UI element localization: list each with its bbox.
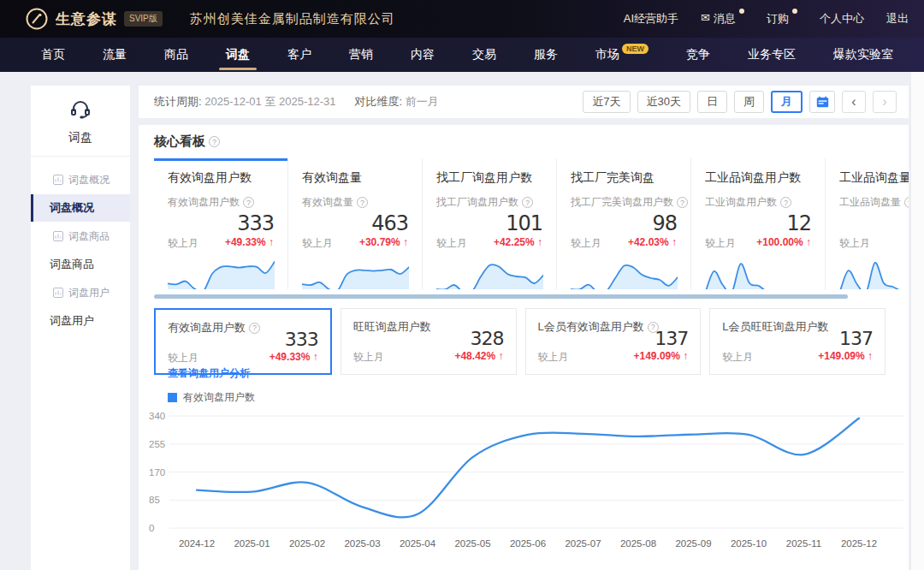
range-week-button[interactable]: 周 <box>734 91 764 113</box>
metric-card-row: 有效询盘用户数 有效询盘用户数? 333 较上月 +49.33% ↑ 有效询盘量… <box>154 158 909 289</box>
sidebar-item-inquiry-products[interactable]: 词盘商品 <box>31 251 130 278</box>
logout-link[interactable]: 退出 <box>886 11 909 27</box>
browser-scrollbar-track[interactable] <box>910 72 924 570</box>
sparkline-chart <box>168 257 275 289</box>
chart-legend[interactable]: 有效询盘用户数 <box>168 390 909 404</box>
headset-icon <box>68 98 93 120</box>
orders-link[interactable]: 订购 <box>767 11 797 27</box>
metric-card-industrial-inquiry-users[interactable]: 工业品询盘用户数 工业询盘用户数? 12 较上月 +100.00% ↑ <box>691 158 826 289</box>
metric-card-valid-inquiries[interactable]: 有效询盘量 有效询盘量? 463 较上月 +30.79% ↑ <box>288 158 423 289</box>
nav-item-traffic[interactable]: 流量 <box>84 38 145 72</box>
summary-card-row: 有效询盘用户数? 333 较上月 +49.33% ↑ 查看询盘用户分析 旺旺询盘… <box>154 308 886 375</box>
calendar-icon <box>816 96 829 108</box>
summary-card-valid-inquiry-users[interactable]: 有效询盘用户数? 333 较上月 +49.33% ↑ 查看询盘用户分析 <box>154 308 332 375</box>
range-7days-button[interactable]: 近7天 <box>583 91 630 113</box>
profile-link[interactable]: 个人中心 <box>820 11 864 27</box>
help-icon[interactable]: ? <box>243 197 254 208</box>
up-arrow-icon: ↑ <box>499 350 504 362</box>
header-actions: AI经营助手 ✉ 消息 订购 个人中心 退出 <box>624 11 909 27</box>
help-icon[interactable]: ? <box>357 197 368 208</box>
summary-card-wangwang-inquiry-users[interactable]: 旺旺询盘用户数 328 较上月 +48.42% ↑ <box>341 308 517 375</box>
summary-card-lmember-valid-inquiry-users[interactable]: L会员有效询盘用户数? 137 较上月 +149.09% ↑ <box>525 308 702 375</box>
help-icon[interactable]: ? <box>249 323 260 334</box>
main-nav: 首页 流量 商品 词盘 客户 营销 内容 交易 服务 市场 NEW 竞争 业务专… <box>0 38 924 72</box>
up-arrow-icon: ↑ <box>313 351 318 363</box>
sparkline-chart <box>571 257 678 289</box>
svg-text:2024-12: 2024-12 <box>179 538 215 549</box>
nav-item-inquiry[interactable]: 词盘 <box>207 38 269 72</box>
sparkline-chart <box>436 257 543 289</box>
metric-value: 12 <box>705 211 811 235</box>
nav-item-trade[interactable]: 交易 <box>453 38 515 72</box>
summary-card-lmember-wangwang-inquiry-users[interactable]: L会员旺旺询盘用户数 137 较上月 +149.09% ↑ <box>709 308 886 375</box>
nav-item-academy[interactable]: 学堂 <box>912 38 924 72</box>
svg-text:2025-05: 2025-05 <box>454 538 490 549</box>
prev-period-button[interactable]: ‹ <box>842 91 866 113</box>
company-name: 苏州创美佳金属制品制造有限公司 <box>190 11 395 27</box>
sidebar-group-inquiry-overview[interactable]: 词盘概况 <box>31 165 130 194</box>
up-arrow-icon: ↑ <box>672 236 677 248</box>
svg-text:2025-06: 2025-06 <box>510 538 546 549</box>
range-controls: 近7天 近30天 日 周 月 ‹ › <box>583 91 897 113</box>
nav-item-content[interactable]: 内容 <box>392 38 453 72</box>
metric-card-valid-inquiry-users[interactable]: 有效询盘用户数 有效询盘用户数? 333 较上月 +49.33% ↑ <box>154 158 288 289</box>
nav-item-competition[interactable]: 竞争 <box>667 38 729 72</box>
up-arrow-icon: ↑ <box>403 236 408 248</box>
svg-text:255: 255 <box>149 439 165 449</box>
metric-row-scrollbar-thumb[interactable] <box>154 294 848 299</box>
metric-card-industrial-inquiries[interactable]: 工业品询盘量 工业品询盘量? 较上月 ↑ <box>826 158 909 289</box>
help-icon[interactable]: ? <box>209 136 220 147</box>
help-icon[interactable]: ? <box>780 197 791 208</box>
chart-panel-icon <box>53 175 63 185</box>
legend-swatch <box>168 393 177 402</box>
messages-link[interactable]: ✉ 消息 <box>701 11 744 27</box>
metric-card-factory-inquiry-users[interactable]: 找工厂询盘用户数 找工厂询盘用户数? 101 较上月 +42.25% ↑ <box>423 158 557 289</box>
metric-row-scrollbar <box>154 294 909 299</box>
sidebar: 词盘 词盘概况 词盘概况 词盘商品 词盘商品 词盘用户 <box>31 86 130 570</box>
ai-assistant-link[interactable]: AI经营助手 <box>624 11 678 27</box>
nav-item-market[interactable]: 市场 NEW <box>577 38 667 72</box>
summary-value: 137 <box>839 328 873 349</box>
view-inquiry-user-analysis-link[interactable]: 查看询盘用户分析 <box>168 366 250 381</box>
nav-item-business-zone[interactable]: 业务专区 <box>729 38 814 72</box>
logo[interactable]: 生意参谋 SVIP版 <box>26 8 163 30</box>
compare-dimension: 对比维度: 前一月 <box>354 94 438 110</box>
summary-value: 328 <box>471 328 504 349</box>
sidebar-title: 词盘 <box>31 130 130 145</box>
product-name: 生意参谋 <box>56 9 117 29</box>
nav-item-customers[interactable]: 客户 <box>269 38 330 72</box>
svg-text:2025-11: 2025-11 <box>786 538 821 549</box>
calendar-picker-button[interactable] <box>809 91 835 113</box>
svg-text:2025-10: 2025-10 <box>731 538 767 549</box>
help-icon[interactable]: ? <box>522 197 533 208</box>
sidebar-item-inquiry-users[interactable]: 词盘用户 <box>31 307 130 335</box>
sidebar-group-inquiry-products[interactable]: 词盘商品 <box>31 222 130 251</box>
new-badge: NEW <box>622 44 649 54</box>
nav-item-service[interactable]: 服务 <box>515 38 577 72</box>
svg-text:85: 85 <box>149 495 160 505</box>
nav-item-products[interactable]: 商品 <box>145 38 207 72</box>
next-period-button[interactable]: › <box>873 91 897 113</box>
nav-item-hot-lab[interactable]: 爆款实验室 <box>814 38 912 72</box>
range-30days-button[interactable]: 近30天 <box>637 91 690 113</box>
stat-period: 统计周期: 2025-12-01 至 2025-12-31 <box>154 94 335 110</box>
range-month-button[interactable]: 月 <box>771 91 803 113</box>
svg-text:2025-07: 2025-07 <box>565 538 601 549</box>
help-icon[interactable]: ? <box>677 197 688 208</box>
sparkline-chart <box>302 257 409 289</box>
up-arrow-icon: ↑ <box>868 350 873 362</box>
svg-text:170: 170 <box>149 467 165 478</box>
metric-value: 98 <box>571 211 677 235</box>
nav-item-marketing[interactable]: 营销 <box>330 38 392 72</box>
sidebar-group-inquiry-users[interactable]: 词盘用户 <box>31 278 130 307</box>
help-icon[interactable]: ? <box>904 197 909 208</box>
metric-value: 333 <box>168 211 274 235</box>
nav-item-home[interactable]: 首页 <box>22 38 84 72</box>
svg-text:2025-08: 2025-08 <box>620 538 656 549</box>
metric-value: 101 <box>436 211 542 235</box>
summary-value: 333 <box>285 329 318 350</box>
sidebar-item-inquiry-overview[interactable]: 词盘概况 <box>31 194 130 222</box>
top-header: 生意参谋 SVIP版 苏州创美佳金属制品制造有限公司 AI经营助手 ✉ 消息 订… <box>0 0 924 38</box>
range-day-button[interactable]: 日 <box>697 91 727 113</box>
metric-card-factory-perfect-inquiry[interactable]: 找工厂完美询盘 找工厂完美询盘用户数? 98 较上月 +42.03% ↑ <box>557 158 691 289</box>
